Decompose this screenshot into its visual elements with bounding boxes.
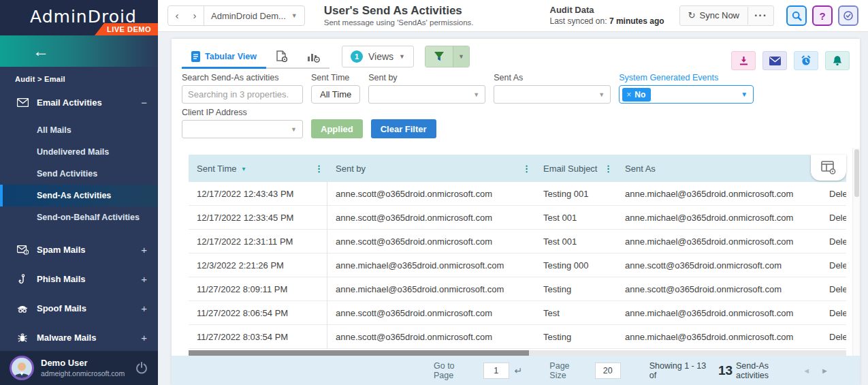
applied-button[interactable]: Applied	[311, 119, 363, 138]
filter-dropdown-arrow[interactable]: ▼	[453, 46, 469, 67]
cell-sent-as: anne.michael@o365droid.onmicrosoft.com	[617, 236, 821, 247]
cell-email-subject: Test 001	[535, 213, 617, 223]
enter-icon[interactable]: ↵	[515, 365, 523, 376]
column-menu-icon[interactable]: ⋮	[315, 164, 327, 174]
chevron-down-icon: ▼	[399, 53, 405, 60]
download-icon[interactable]	[731, 51, 756, 70]
sync-now-button[interactable]: ↻Sync Now	[680, 6, 748, 25]
views-dropdown[interactable]: 1 Views ▼	[342, 46, 414, 67]
cell-sent-by: anne.scott@o365droid.onmicrosoft.com	[327, 332, 535, 342]
alarm-icon[interactable]	[794, 51, 818, 70]
more-options-button[interactable]: ···	[748, 7, 773, 25]
cell-email-subject: Testing 001	[535, 189, 617, 199]
scrollbar-thumb[interactable]	[854, 149, 859, 197]
email-icon[interactable]	[762, 51, 787, 70]
table-row[interactable]: 11/27/2022 8:09:11 PM anne.michael@o365d…	[189, 277, 846, 301]
menu-label: Malware Mails	[37, 333, 96, 343]
sidebar-item-send-as-activities[interactable]: Send-As Activities	[0, 185, 158, 206]
cell-email-subject: Test	[535, 308, 617, 318]
chevron-down-icon: ▼	[458, 53, 464, 60]
column-menu-icon[interactable]: ⋮	[604, 164, 617, 174]
system-generated-events-label[interactable]: System Generated Events	[619, 73, 754, 82]
chevron-down-icon: ▼	[291, 126, 297, 133]
content-area: Tabular View 1 Views ▼ ▼	[158, 32, 868, 385]
expand-icon[interactable]: +	[141, 303, 147, 314]
next-page-icon[interactable]: ►	[821, 367, 829, 375]
workspace-dropdown[interactable]: AdminDroid Dem... ▼	[204, 5, 304, 26]
avatar[interactable]	[10, 356, 34, 380]
table-row[interactable]: 12/17/2022 12:33:45 PM anne.scott@o365dr…	[189, 206, 846, 230]
sidebar-item-send-activities[interactable]: Send Activities	[0, 163, 158, 185]
bug-icon	[15, 333, 30, 343]
search-icon[interactable]	[786, 5, 807, 26]
cell-sent-as: anne.scott@o365droid.onmicrosoft.com	[617, 284, 821, 294]
menu-label: Phish Mails	[37, 274, 86, 284]
back-arrow-icon[interactable]: ←	[33, 43, 49, 59]
sent-time-label: Sent Time	[311, 73, 360, 82]
prev-page-icon[interactable]: ◄	[803, 367, 810, 375]
filter-split-button: ▼	[425, 46, 470, 67]
power-icon[interactable]	[135, 361, 148, 375]
collapse-icon[interactable]: −	[141, 97, 147, 108]
column-header-sent-time[interactable]: Sent Time▾⋮	[189, 155, 327, 182]
sidebar-item-malware-mails[interactable]: Malware Mails +	[0, 323, 158, 352]
column-settings-button[interactable]	[811, 155, 846, 181]
cell-email-subject: Testing 000	[535, 260, 617, 271]
table-row[interactable]: 11/27/2022 8:03:54 PM anne.scott@o365dro…	[189, 325, 846, 349]
client-ip-select[interactable]: ▼	[182, 120, 303, 138]
menu-label: Email Activities	[37, 97, 102, 108]
column-header-email-subject[interactable]: Email Subject⋮	[535, 155, 617, 182]
page-size-label: Page Size	[549, 361, 588, 380]
next-report-button[interactable]: ›	[186, 6, 204, 25]
expand-icon[interactable]: +	[141, 244, 147, 256]
column-menu-icon[interactable]: ⋮	[522, 164, 535, 174]
filter-funnel-icon[interactable]	[425, 46, 453, 67]
sidebar-item-phish-mails[interactable]: Phish Mails +	[0, 264, 158, 294]
bell-icon[interactable]	[825, 51, 850, 70]
sidebar-item-spoof-mails[interactable]: Spoof Mails +	[0, 294, 158, 323]
system-generated-events-select[interactable]: ×No ▼	[619, 85, 754, 104]
page-size-input[interactable]	[595, 363, 621, 379]
page-subtitle: Sent message using 'SendAs' permissions.	[324, 18, 474, 27]
cell-sent-as: anne.michael@o365droid.onmicrosoft.com	[617, 332, 821, 342]
column-header-sent-as[interactable]: Sent As⋮	[617, 155, 821, 182]
chart-report-icon[interactable]	[298, 45, 329, 68]
expand-icon[interactable]: +	[141, 273, 147, 285]
remove-chip-icon[interactable]: ×	[626, 90, 631, 99]
table-row[interactable]: 12/17/2022 12:31:11 PM anne.scott@o365dr…	[189, 230, 846, 253]
expand-icon[interactable]: +	[141, 332, 147, 343]
action-icons	[731, 46, 850, 70]
goto-page-input[interactable]	[483, 363, 509, 379]
cell-type: Delegate	[821, 189, 846, 199]
table-row[interactable]: 11/27/2022 8:06:54 PM anne.scott@o365dro…	[189, 301, 846, 325]
prev-report-button[interactable]: ‹	[168, 6, 186, 25]
cell-email-subject: Testing	[535, 284, 617, 294]
clear-filter-button[interactable]: Clear Filter	[371, 119, 436, 138]
export-report-icon[interactable]	[266, 45, 298, 68]
table-row[interactable]: 12/17/2022 12:43:43 PM anne.scott@o365dr…	[189, 182, 846, 206]
task-status-icon[interactable]	[838, 5, 858, 26]
column-header-sent-by[interactable]: Sent by⋮	[327, 155, 535, 182]
sent-by-select[interactable]: ▼	[368, 85, 485, 104]
sync-group: ↻Sync Now ···	[679, 5, 774, 26]
goto-page-label: Go to Page	[434, 361, 477, 380]
sort-desc-icon[interactable]: ▾	[242, 165, 246, 172]
sidebar-item-email-activities[interactable]: Email Activities −	[0, 90, 158, 115]
sent-time-button[interactable]: All Time	[311, 85, 360, 104]
vertical-scrollbar[interactable]	[852, 148, 860, 356]
sidebar-item-spam-mails[interactable]: Spam Mails +	[0, 235, 158, 264]
table-row[interactable]: 12/3/2022 2:21:26 PM anne.michael@o365dr…	[189, 253, 846, 277]
search-input[interactable]	[182, 85, 303, 104]
help-icon[interactable]: ?	[812, 5, 833, 26]
tab-tabular-view[interactable]: Tabular View	[182, 46, 266, 69]
sidebar-header-band: ←	[0, 35, 158, 67]
sidebar-item-send-on-behalf[interactable]: Send-on-Behalf Activities	[0, 206, 158, 228]
sidebar-item-undelivered-mails[interactable]: Undelivered Mails	[0, 141, 158, 163]
sent-as-select[interactable]: ▼	[494, 85, 611, 104]
scrollbar-thumb[interactable]	[189, 350, 529, 356]
cell-sent-time: 11/27/2022 8:09:11 PM	[189, 277, 327, 301]
horizontal-scrollbar[interactable]	[189, 350, 846, 356]
filter-chip-no[interactable]: ×No	[622, 88, 651, 102]
sidebar-item-all-mails[interactable]: All Mails	[0, 119, 158, 141]
cell-sent-time: 12/17/2022 12:31:11 PM	[189, 230, 327, 253]
